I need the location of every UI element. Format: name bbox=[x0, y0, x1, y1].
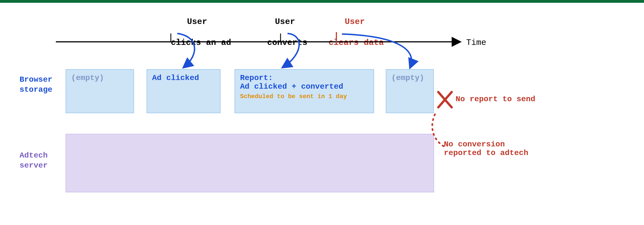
storage-box-ad-clicked: Ad clicked bbox=[147, 69, 221, 113]
event-line2: clicks an ad bbox=[171, 38, 231, 47]
x-icon bbox=[438, 92, 452, 107]
report-subtext: Scheduled to be sent in 1 day bbox=[240, 93, 368, 100]
axis-label-time: Time bbox=[466, 38, 486, 47]
top-accent-bar bbox=[0, 0, 644, 3]
event-user-converts: User converts bbox=[247, 6, 303, 59]
event-line1: User bbox=[275, 17, 295, 26]
storage-box-text: Ad clicked bbox=[152, 74, 199, 82]
event-user-clears-data: User clears data bbox=[308, 6, 381, 59]
svg-line-0 bbox=[438, 92, 452, 107]
storage-box-empty-1: (empty) bbox=[66, 69, 134, 113]
report-title: Report: bbox=[240, 74, 368, 82]
storage-box-text: (empty) bbox=[71, 74, 104, 82]
event-line2: converts bbox=[267, 38, 307, 47]
storage-box-report: Report: Ad clicked + converted Scheduled… bbox=[234, 69, 374, 113]
event-user-clicks-ad: User clicks an ad bbox=[151, 6, 223, 59]
event-line1: User bbox=[187, 17, 207, 26]
storage-box-text: (empty) bbox=[391, 74, 424, 82]
report-body: Ad clicked + converted bbox=[240, 82, 368, 91]
error-no-conversion-reported: No conversion reported to adtech bbox=[444, 140, 528, 157]
event-line1: User bbox=[345, 17, 365, 26]
row-label-adtech-server: Adtech server bbox=[20, 151, 48, 171]
adtech-server-box bbox=[66, 134, 434, 192]
error-no-report-to-send: No report to send bbox=[456, 95, 535, 103]
diagram-stage: User clicks an ad User converts User cle… bbox=[14, 3, 630, 225]
svg-line-1 bbox=[438, 92, 452, 107]
storage-box-empty-2: (empty) bbox=[386, 69, 434, 113]
row-label-browser-storage: Browser storage bbox=[20, 75, 52, 95]
event-line2: clears data bbox=[329, 38, 384, 47]
